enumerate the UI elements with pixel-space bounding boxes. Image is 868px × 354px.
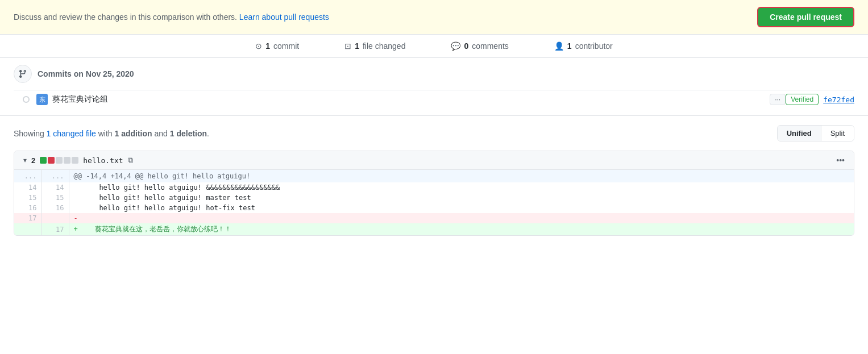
line-text: hello git! hello atguigu! hot-fix test <box>83 204 255 212</box>
comments-stat[interactable]: 💬 0 comments <box>451 41 508 51</box>
diff-line-content: hello git! hello atguigu! master test <box>69 193 854 203</box>
commit-right: Verified fe72fed <box>786 94 854 105</box>
new-line-num: 17 <box>41 223 69 235</box>
commit-count: 1 <box>265 41 270 51</box>
file-name: hello.txt <box>83 156 123 165</box>
diff-line-content: - <box>69 213 854 223</box>
contributors-icon: 👤 <box>554 41 564 51</box>
line-text: 葵花宝典就在这，老岳岳，你就放心练吧！！ <box>83 225 232 233</box>
neu-block-3 <box>72 157 78 164</box>
deletions-label: 1 deletion <box>170 129 207 138</box>
file-diff-count: 2 <box>31 156 35 165</box>
new-line-num: 15 <box>41 193 69 203</box>
banner-text: Discuss and review the changes in this c… <box>14 13 329 22</box>
stats-bar: ⊙ 1 commit ⊡ 1 file changed 💬 0 comments… <box>0 35 868 58</box>
old-line-num: 17 <box>14 213 41 223</box>
commit-label: commit <box>273 41 299 51</box>
sign <box>74 204 83 212</box>
files-count: 1 <box>355 41 359 51</box>
commit-more-button[interactable]: ··· <box>770 94 786 105</box>
file-header-more[interactable]: ••• <box>836 156 845 165</box>
copy-icon[interactable]: ⧉ <box>128 156 133 165</box>
commits-header: Commits on Nov 25, 2020 <box>14 65 854 83</box>
commit-row: 东 葵花宝典讨论组 ··· Verified fe72fed <box>14 90 854 109</box>
unified-view-button[interactable]: Unified <box>778 126 821 141</box>
comments-label: comments <box>472 41 509 51</box>
verified-badge: Verified <box>786 94 819 105</box>
commit-dot <box>23 96 30 103</box>
old-line-num: 16 <box>14 203 41 213</box>
collapse-icon[interactable]: ▾ <box>23 156 27 164</box>
hunk-header-content: @@ -14,4 +14,4 @@ hello git! hello atgui… <box>69 170 854 182</box>
line-text <box>83 214 87 222</box>
learn-about-pr-link[interactable]: Learn about pull requests <box>239 13 329 22</box>
diff-line-content: + 葵花宝典就在这，老岳岳，你就放心练吧！！ <box>69 223 854 235</box>
old-line-num <box>14 223 41 235</box>
contributors-stat[interactable]: 👤 1 contributor <box>554 41 613 51</box>
new-line-num: 16 <box>41 203 69 213</box>
and-label: and <box>154 129 167 138</box>
file-header-left: ▾ 2 hello.txt ⧉ <box>23 156 832 165</box>
commits-section: Commits on Nov 25, 2020 东 葵花宝典讨论组 ··· Ve… <box>0 58 868 116</box>
del-block <box>48 157 55 164</box>
line-text: hello git! hello atguigu! &&&&&&&&&&&&&&… <box>83 184 280 191</box>
with-label: with <box>98 129 113 138</box>
file-header: ▾ 2 hello.txt ⧉ ••• <box>14 151 854 170</box>
additions-label: 1 addition <box>114 129 152 138</box>
files-label: file changed <box>363 41 406 51</box>
create-pr-button[interactable]: Create pull request <box>757 7 854 27</box>
contributors-count: 1 <box>567 41 572 51</box>
table-row: 17 - <box>14 213 854 223</box>
file-changed-icon: ⊡ <box>344 41 351 51</box>
period: . <box>207 129 209 138</box>
commit-message: 葵花宝典讨论组 <box>52 94 765 105</box>
commits-stat[interactable]: ⊙ 1 commit <box>255 41 299 51</box>
split-view-button[interactable]: Split <box>821 126 854 141</box>
neu-block-1 <box>56 157 63 164</box>
new-line-num <box>41 213 69 223</box>
file-diff: ▾ 2 hello.txt ⧉ ••• ... ... <box>14 151 854 236</box>
sign <box>74 184 83 191</box>
diff-summary-text: Showing 1 changed file with 1 addition a… <box>14 129 209 138</box>
table-row: 15 15 hello git! hello atguigu! master t… <box>14 193 854 203</box>
sign: + <box>74 225 83 233</box>
commits-date: Commits on Nov 25, 2020 <box>38 69 134 78</box>
view-toggle: Unified Split <box>777 125 854 141</box>
old-line-num: 15 <box>14 193 41 203</box>
sign <box>74 194 83 202</box>
commit-sha-link[interactable]: fe72fed <box>823 95 854 104</box>
commit-icon: ⊙ <box>255 41 262 51</box>
commit-avatar: 东 <box>36 94 48 105</box>
diff-table: ... ... @@ -14,4 +14,4 @@ hello git! hel… <box>14 170 854 235</box>
diff-section: Showing 1 changed file with 1 addition a… <box>0 116 868 245</box>
files-stat[interactable]: ⊡ 1 file changed <box>344 41 405 51</box>
line-text: hello git! hello atguigu! master test <box>83 194 251 202</box>
diff-line-content: hello git! hello atguigu! &&&&&&&&&&&&&&… <box>69 182 854 193</box>
commits-header-icon <box>14 65 32 83</box>
hunk-header-row: ... ... @@ -14,4 +14,4 @@ hello git! hel… <box>14 170 854 182</box>
diff-summary: Showing 1 changed file with 1 addition a… <box>14 125 854 141</box>
comments-icon: 💬 <box>451 41 460 51</box>
sign: - <box>74 214 83 222</box>
banner-static-text: Discuss and review the changes in this c… <box>14 13 237 22</box>
banner: Discuss and review the changes in this c… <box>0 0 868 35</box>
diff-line-content: hello git! hello atguigu! hot-fix test <box>69 203 854 213</box>
comments-count: 0 <box>464 41 468 51</box>
table-row: 14 14 hello git! hello atguigu! &&&&&&&&… <box>14 182 854 193</box>
hunk-old-num: ... <box>14 170 41 182</box>
hunk-new-num: ... <box>41 170 69 182</box>
table-row: 17 + 葵花宝典就在这，老岳岳，你就放心练吧！！ <box>14 223 854 235</box>
old-line-num: 14 <box>14 182 41 193</box>
new-line-num: 14 <box>41 182 69 193</box>
changed-file-link[interactable]: 1 changed file <box>47 129 96 138</box>
contributors-label: contributor <box>575 41 613 51</box>
table-row: 16 16 hello git! hello atguigu! hot-fix … <box>14 203 854 213</box>
diff-stat-blocks <box>40 157 78 164</box>
showing-label: Showing <box>14 129 44 138</box>
add-block <box>40 157 47 164</box>
neu-block-2 <box>64 157 70 164</box>
